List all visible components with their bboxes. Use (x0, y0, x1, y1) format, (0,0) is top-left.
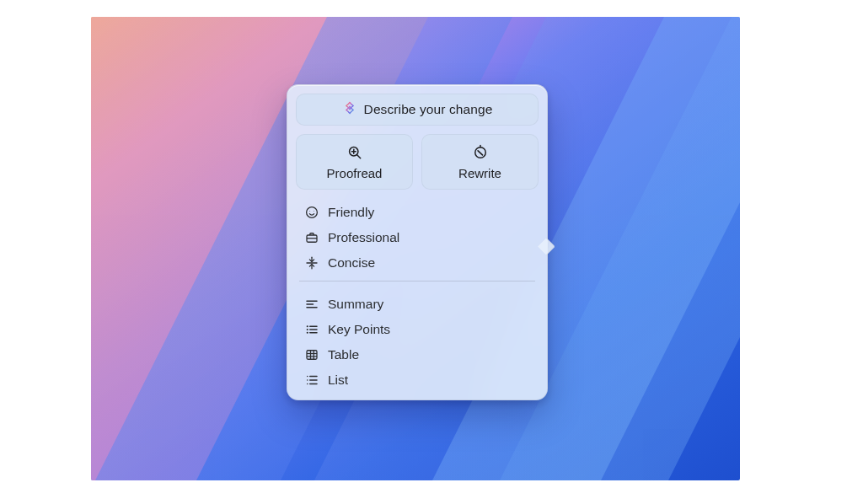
bullet-list-icon (304, 322, 319, 337)
svg-point-12 (307, 207, 318, 218)
rewrite-icon (472, 144, 489, 161)
menu-item-label: Summary (328, 297, 530, 312)
menu-item-summary[interactable]: Summary (297, 292, 537, 317)
menu-item-label: Table (328, 347, 530, 362)
format-section: Summary Key Points (296, 290, 539, 393)
writing-tools-popover: Describe your change Proofread (287, 84, 548, 400)
proofread-tile[interactable]: Proofread (296, 134, 413, 190)
svg-point-23 (307, 325, 308, 327)
svg-line-7 (356, 154, 360, 158)
table-icon (304, 347, 319, 362)
svg-point-35 (307, 379, 308, 381)
numbered-list-icon (304, 373, 319, 388)
svg-rect-29 (307, 351, 317, 360)
menu-separator (299, 281, 535, 281)
menu-item-label: Key Points (328, 322, 530, 337)
describe-change-button[interactable]: Describe your change (296, 94, 539, 126)
svg-point-36 (307, 383, 308, 385)
summary-icon (304, 297, 319, 312)
menu-item-key-points[interactable]: Key Points (297, 317, 537, 342)
svg-point-25 (307, 332, 308, 334)
magnifying-glass-icon (346, 144, 363, 161)
svg-point-13 (309, 211, 310, 212)
apple-intelligence-icon (342, 100, 357, 119)
menu-item-list[interactable]: List (297, 367, 537, 393)
menu-item-friendly[interactable]: Friendly (297, 200, 537, 225)
briefcase-icon (304, 230, 319, 245)
rewrite-label: Rewrite (458, 166, 501, 180)
menu-item-label: Friendly (328, 205, 530, 220)
menu-item-professional[interactable]: Professional (297, 225, 537, 250)
rewrite-tile[interactable]: Rewrite (421, 134, 539, 190)
describe-change-label: Describe your change (364, 102, 493, 117)
menu-item-concise[interactable]: Concise (297, 250, 537, 276)
menu-item-label: Professional (328, 230, 530, 245)
menu-item-label: Concise (328, 255, 530, 271)
compress-icon (304, 255, 319, 271)
proofread-label: Proofread (327, 166, 383, 180)
svg-point-14 (314, 211, 314, 212)
svg-point-34 (307, 376, 308, 378)
smile-icon (304, 205, 319, 220)
menu-item-label: List (328, 373, 530, 388)
svg-point-24 (307, 329, 308, 330)
tone-section: Friendly Professional (296, 198, 539, 276)
menu-item-table[interactable]: Table (297, 342, 537, 367)
